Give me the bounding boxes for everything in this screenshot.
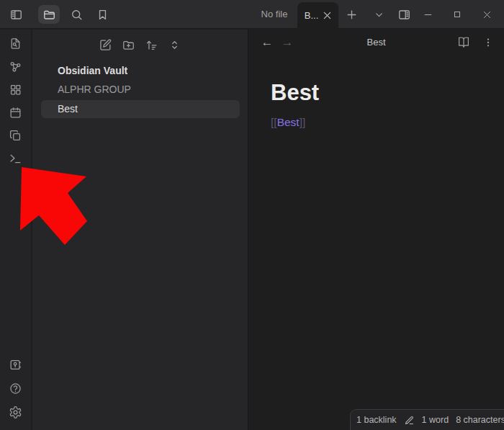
close-tab-icon[interactable] — [323, 12, 331, 19]
tree-item-file-selected[interactable]: Best — [41, 100, 240, 118]
tab-best-active[interactable]: B... — [297, 2, 338, 29]
bookmarks-tab-button[interactable] — [94, 6, 111, 23]
layout-grid-icon — [9, 83, 22, 97]
close-icon — [482, 9, 492, 20]
tree-item-folder[interactable]: ALPHR GROUP — [32, 80, 248, 99]
note-content[interactable]: Best [[Best]] — [248, 55, 504, 129]
reading-mode-button[interactable] — [455, 34, 472, 51]
canvas-ribbon-button[interactable] — [7, 81, 24, 98]
files-tab-button[interactable] — [38, 5, 60, 24]
search-icon — [70, 8, 84, 22]
new-folder-button[interactable] — [119, 35, 139, 55]
copy-pages-icon — [9, 129, 22, 143]
left-ribbon — [0, 30, 32, 430]
panel-right-icon — [397, 8, 411, 22]
vault-icon — [9, 358, 22, 372]
note-heading: Best — [271, 81, 504, 105]
search-tab-button[interactable] — [68, 6, 85, 23]
panel-left-icon — [9, 8, 23, 22]
vault-title[interactable]: Obsidian Vault — [32, 61, 248, 80]
editor-pane: ← → Best Best [[Best]] — [248, 30, 504, 430]
chevrons-up-down-icon — [168, 38, 181, 52]
plus-icon — [346, 9, 358, 21]
wikilink[interactable]: Best — [277, 116, 300, 128]
backlink-count[interactable]: 1 backlink — [356, 415, 397, 425]
new-note-button[interactable] — [96, 35, 116, 55]
minimize-icon — [423, 9, 433, 20]
calendar-icon — [9, 106, 22, 120]
more-options-button[interactable] — [480, 34, 497, 51]
new-folder-icon — [122, 38, 135, 52]
settings-button[interactable] — [7, 403, 24, 421]
editor-header: ← → Best — [248, 30, 504, 55]
file-search-icon — [9, 37, 22, 50]
new-note-icon — [99, 38, 112, 52]
titlebar: No file B... — [0, 0, 504, 29]
bookmark-icon — [96, 8, 109, 22]
maximize-icon — [452, 9, 462, 19]
toggle-left-sidebar-button[interactable] — [7, 6, 24, 23]
wikilink-line: [[Best]] — [271, 116, 504, 129]
toggle-right-sidebar-button[interactable] — [395, 6, 413, 23]
edit-mode-status-button[interactable] — [404, 414, 415, 426]
close-window-button[interactable] — [478, 6, 495, 23]
pencil-icon — [404, 415, 415, 426]
tab-list-dropdown-button[interactable] — [370, 6, 387, 23]
wikilink-open-brackets: [[ — [271, 116, 277, 128]
help-icon — [9, 382, 22, 395]
copy-ribbon-button[interactable] — [7, 127, 24, 144]
terminal-icon — [9, 152, 22, 166]
file-explorer-panel: Obsidian Vault ALPHR GROUP Best — [32, 30, 248, 430]
daily-note-ribbon-button[interactable] — [7, 104, 24, 121]
sort-order-button[interactable] — [142, 35, 162, 55]
active-tab-label: B... — [305, 10, 319, 21]
ellipsis-vertical-icon — [482, 37, 494, 48]
graph-view-ribbon-button[interactable] — [7, 58, 24, 75]
sort-ascending-icon — [145, 38, 158, 52]
vault-switcher-button[interactable] — [7, 356, 24, 373]
status-bar: 1 backlink 1 word 8 characters — [350, 409, 504, 430]
tab-no-file[interactable]: No file — [251, 0, 298, 29]
graph-icon — [9, 60, 22, 73]
book-open-icon — [457, 36, 470, 49]
word-count: 1 word — [422, 415, 449, 425]
file-search-ribbon-button[interactable] — [7, 35, 24, 52]
minimize-window-button[interactable] — [419, 6, 436, 23]
chevron-down-icon — [374, 9, 384, 20]
terminal-ribbon-button[interactable] — [7, 150, 24, 167]
folder-icon — [42, 8, 56, 22]
maximize-window-button[interactable] — [449, 6, 466, 23]
explorer-toolbar — [32, 30, 248, 60]
new-tab-button[interactable] — [343, 6, 360, 23]
gear-icon — [9, 406, 22, 419]
collapse-all-button[interactable] — [165, 35, 185, 55]
wikilink-close-brackets: ]] — [300, 116, 306, 128]
help-button[interactable] — [7, 380, 24, 397]
obsidian-window: No file B... — [0, 0, 504, 430]
character-count: 8 characters — [456, 415, 504, 425]
